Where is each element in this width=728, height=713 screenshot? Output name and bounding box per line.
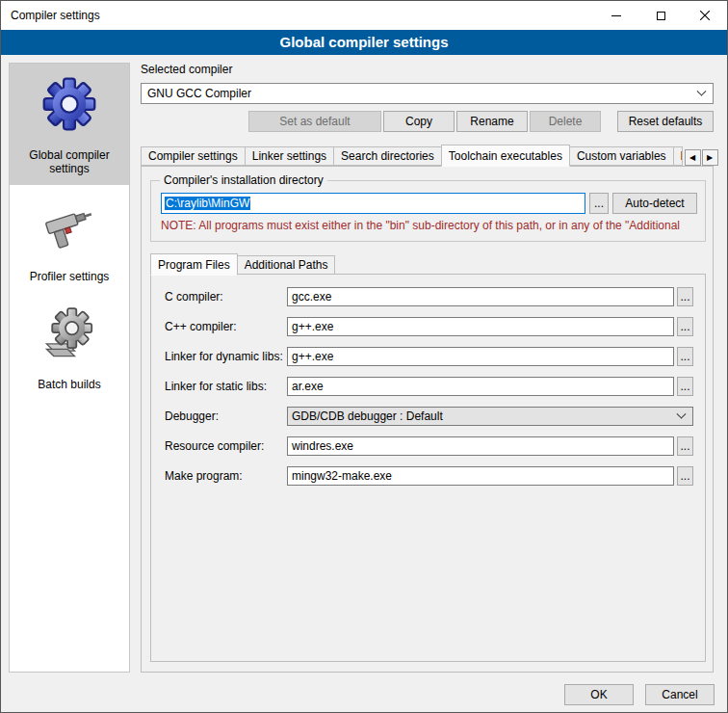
dynamic-linker-label: Linker for dynamic libs: bbox=[165, 350, 287, 363]
tab-custom-variables[interactable]: Custom variables bbox=[569, 146, 674, 166]
tab-toolchain-executables[interactable]: Toolchain executables bbox=[441, 145, 570, 167]
installation-directory-row: C:\raylib\MinGW ... Auto-detect bbox=[161, 193, 697, 214]
resource-compiler-row: Resource compiler: windres.exe ... bbox=[165, 436, 693, 456]
static-linker-row: Linker for static libs: ar.exe ... bbox=[165, 377, 693, 396]
cpp-compiler-input[interactable]: g++.exe bbox=[287, 317, 674, 336]
installation-directory-group-title: Compiler's installation directory bbox=[160, 173, 327, 187]
static-linker-value: ar.exe bbox=[292, 380, 324, 393]
maximize-button[interactable] bbox=[638, 1, 683, 30]
copy-button[interactable]: Copy bbox=[383, 111, 455, 132]
toolchain-form: C compiler: gcc.exe ... C++ compiler: g+… bbox=[151, 275, 705, 486]
compiler-actions: Set as default Copy Rename Delete Reset … bbox=[141, 111, 714, 132]
sidebar-item-label: Global compiler settings bbox=[12, 148, 127, 175]
profiler-tool-icon bbox=[41, 197, 97, 254]
installation-directory-value: C:\raylib\MinGW bbox=[165, 197, 250, 210]
delete-button[interactable]: Delete bbox=[530, 111, 601, 132]
minimize-icon bbox=[611, 15, 621, 16]
installation-directory-group: Compiler's installation directory C:\ray… bbox=[150, 180, 706, 242]
make-program-row: Make program: mingw32-make.exe ... bbox=[165, 466, 693, 486]
ok-button[interactable]: OK bbox=[564, 684, 634, 705]
debugger-select[interactable]: GDB/CDB debugger : Default bbox=[287, 407, 693, 426]
rename-button[interactable]: Rename bbox=[456, 111, 528, 132]
debugger-select-value: GDB/CDB debugger : Default bbox=[292, 409, 443, 423]
selected-compiler-label: Selected compiler bbox=[141, 63, 714, 77]
static-linker-input[interactable]: ar.exe bbox=[287, 377, 674, 396]
make-program-browse-button[interactable]: ... bbox=[677, 466, 693, 486]
debugger-label: Debugger: bbox=[165, 409, 287, 423]
set-as-default-button[interactable]: Set as default bbox=[248, 111, 381, 132]
program-files-panel: C compiler: gcc.exe ... C++ compiler: g+… bbox=[150, 274, 706, 662]
cpp-compiler-browse-button[interactable]: ... bbox=[677, 317, 693, 336]
resource-compiler-browse-button[interactable]: ... bbox=[677, 436, 693, 456]
sidebar-item-global-compiler-settings[interactable]: Global compiler settings bbox=[10, 64, 129, 185]
cpp-compiler-value: g++.exe bbox=[292, 320, 333, 333]
cpp-compiler-row: C++ compiler: g++.exe ... bbox=[165, 317, 693, 336]
window-title: Compiler settings bbox=[1, 9, 100, 22]
debugger-row: Debugger: GDB/CDB debugger : Default bbox=[165, 407, 693, 426]
tab-compiler-settings[interactable]: Compiler settings bbox=[141, 146, 246, 166]
compiler-settings-window: { "window": { "title": "Compiler setting… bbox=[0, 0, 728, 713]
resource-compiler-input[interactable]: windres.exe bbox=[287, 436, 674, 456]
minimize-button[interactable] bbox=[594, 1, 638, 30]
button-spacer bbox=[603, 111, 615, 132]
toolchain-executables-panel: Compiler's installation directory C:\ray… bbox=[141, 166, 714, 673]
make-program-input[interactable]: mingw32-make.exe bbox=[287, 466, 674, 486]
resource-compiler-label: Resource compiler: bbox=[165, 439, 287, 453]
close-button[interactable] bbox=[683, 1, 727, 30]
sidebar-item-label: Profiler settings bbox=[30, 270, 110, 283]
tab-scroll-left-icon[interactable]: ◀ bbox=[685, 149, 701, 166]
sidebar-item-label: Batch builds bbox=[38, 378, 100, 391]
subtab-additional-paths[interactable]: Additional Paths bbox=[237, 255, 336, 275]
titlebar: Compiler settings bbox=[1, 1, 727, 30]
tab-scroll-right-icon[interactable]: ▶ bbox=[702, 149, 718, 166]
dynamic-linker-input[interactable]: g++.exe bbox=[287, 347, 674, 366]
static-linker-browse-button[interactable]: ... bbox=[677, 377, 693, 396]
settings-sidebar: Global compiler settings Profiler settin… bbox=[9, 63, 130, 673]
close-icon bbox=[700, 11, 710, 20]
reset-defaults-button[interactable]: Reset defaults bbox=[617, 111, 714, 132]
dynamic-linker-browse-button[interactable]: ... bbox=[677, 347, 693, 366]
bin-subdirectory-note: NOTE: All programs must exist either in … bbox=[161, 219, 697, 233]
c-compiler-row: C compiler: gcc.exe ... bbox=[165, 287, 693, 306]
resource-compiler-value: windres.exe bbox=[292, 439, 353, 453]
program-subtabs: Program Files Additional Paths bbox=[150, 253, 713, 275]
blue-gear-icon bbox=[41, 75, 97, 133]
compiler-select[interactable]: GNU GCC Compiler bbox=[141, 83, 714, 104]
chevron-down-icon bbox=[677, 409, 687, 418]
dialog-footer: OK Cancel bbox=[1, 673, 727, 705]
make-program-label: Make program: bbox=[165, 469, 287, 483]
c-compiler-browse-button[interactable]: ... bbox=[677, 287, 693, 306]
sidebar-item-profiler-settings[interactable]: Profiler settings bbox=[10, 185, 129, 293]
c-compiler-input[interactable]: gcc.exe bbox=[287, 287, 674, 306]
dialog-content: Global compiler settings Profiler settin… bbox=[1, 55, 727, 673]
c-compiler-label: C compiler: bbox=[165, 290, 287, 304]
cpp-compiler-label: C++ compiler: bbox=[165, 320, 287, 333]
tab-scroll-buttons: ◀ ▶ bbox=[682, 149, 718, 166]
auto-detect-button[interactable]: Auto-detect bbox=[612, 193, 697, 214]
maximize-icon bbox=[657, 12, 665, 20]
tab-linker-settings[interactable]: Linker settings bbox=[245, 146, 334, 166]
main-panel: Selected compiler GNU GCC Compiler Set a… bbox=[141, 63, 714, 673]
compiler-select-value: GNU GCC Compiler bbox=[147, 87, 251, 100]
static-linker-label: Linker for static libs: bbox=[165, 380, 287, 393]
dynamic-linker-row: Linker for dynamic libs: g++.exe ... bbox=[165, 347, 693, 366]
dynamic-linker-value: g++.exe bbox=[292, 350, 333, 363]
make-program-value: mingw32-make.exe bbox=[292, 469, 392, 483]
chevron-down-icon bbox=[697, 86, 707, 95]
cancel-button[interactable]: Cancel bbox=[645, 684, 715, 705]
c-compiler-value: gcc.exe bbox=[292, 290, 331, 304]
page-title: Global compiler settings bbox=[1, 30, 727, 55]
installation-directory-browse-button[interactable]: ... bbox=[589, 193, 609, 214]
subtab-program-files[interactable]: Program Files bbox=[150, 253, 238, 276]
settings-tabs: Compiler settings Linker settings Search… bbox=[141, 145, 714, 166]
window-controls bbox=[594, 1, 727, 30]
tab-search-directories[interactable]: Search directories bbox=[333, 146, 442, 166]
installation-directory-input[interactable]: C:\raylib\MinGW bbox=[161, 193, 585, 214]
gray-gear-stack-icon bbox=[41, 304, 97, 362]
sidebar-item-batch-builds[interactable]: Batch builds bbox=[10, 293, 129, 401]
